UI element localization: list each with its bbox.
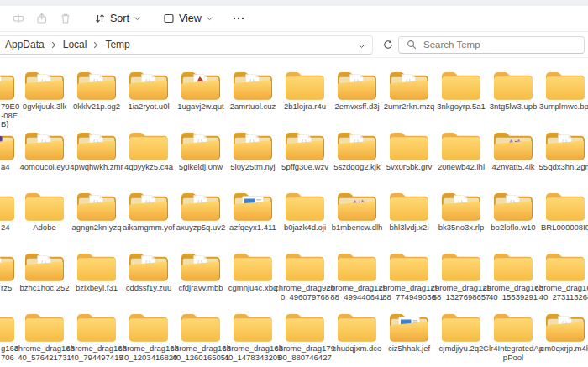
folder-item[interactable]: 24	[0, 191, 18, 251]
folder-item[interactable]: chudqjxm.dco	[331, 312, 383, 367]
open-3d-folder-icon	[337, 191, 377, 223]
address-dropdown-icon[interactable]	[358, 43, 365, 50]
closed-folder-icon	[441, 251, 481, 283]
folder-item[interactable]: chrome_drag16340_1478343205	[227, 312, 279, 367]
folder-item[interactable]: Clr4IntegratedAppPool	[487, 312, 539, 367]
open-window-folder-icon	[233, 191, 273, 223]
sort-button[interactable]: Sort	[87, 8, 148, 29]
folder-item[interactable]: ( ) agngn2kn.yzq	[71, 191, 123, 251]
search-box[interactable]	[398, 36, 585, 54]
folder-item[interactable]: bzixbeyl.f31	[71, 251, 123, 312]
folder-item[interactable]: ( ) cfdjravv.mbb	[175, 251, 227, 312]
folder-name: 5pffg30e.wzv	[281, 163, 328, 172]
folder-item[interactable]: chrome_drag16340_576421731	[18, 312, 71, 367]
folder-item[interactable]: azfqeyx1.411	[227, 191, 279, 251]
closed-folder-icon	[0, 191, 15, 223]
folder-item[interactable]: chrome_drag17900_880746427	[279, 312, 331, 367]
folder-item[interactable]: ( ) 55qdx3hn.2gm	[539, 130, 588, 191]
delete-button[interactable]	[55, 8, 76, 29]
sort-icon	[94, 13, 106, 24]
closed-folder-icon	[233, 251, 273, 283]
folder-item[interactable]: ( ) 2umr2rkn.mzq	[383, 70, 435, 130]
folder-item[interactable]: cjmdjiyu.2q2	[435, 312, 487, 367]
breadcrumb-local[interactable]: Local	[60, 37, 90, 52]
folder-item[interactable]: b0jazk4d.oji	[279, 191, 331, 251]
chevron-down-icon	[134, 15, 141, 22]
folder-item[interactable]: ( ) aikamgmm.yof	[123, 191, 175, 251]
rename-button[interactable]	[8, 8, 29, 29]
folder-item[interactable]: ciz5hhak.jef	[383, 312, 435, 367]
view-icon	[163, 13, 175, 24]
folder-name: BRL000008I0	[541, 223, 588, 233]
open-paper-folder-icon: ( )	[285, 130, 325, 162]
folder-item[interactable]: 3umplmwc.bpr	[539, 70, 588, 130]
folder-item[interactable]: ( ) 5szdqog2.kjk	[331, 130, 383, 191]
share-button[interactable]	[32, 8, 52, 29]
refresh-button[interactable]	[378, 34, 398, 55]
folder-item[interactable]: ( ) cddssf1y.zuu	[123, 251, 175, 312]
folder-name: ciz5hhak.jef	[388, 344, 430, 354]
address-bar[interactable]: AppData Local Temp	[0, 35, 373, 55]
closed-folder-icon	[441, 130, 481, 162]
folder-name: bzhc1hoc.252	[19, 284, 69, 293]
folder-item[interactable]: ( ) rz5	[0, 251, 18, 312]
folder-item[interactable]: chrome_drag16340_794497415	[71, 312, 123, 367]
folder-item[interactable]: ( ) bo2loflo.w10	[487, 191, 539, 251]
folder-item[interactable]: ( ) 5pffg30e.wzv	[279, 130, 331, 191]
folder-item[interactable]: ( ) 5l0y25tm.nyj	[227, 130, 279, 191]
folder-item[interactable]: ( ) 5gikeldj.0nw	[175, 130, 227, 191]
folder-name: 3umplmwc.bpr	[539, 102, 588, 112]
folder-item[interactable]: ( ) 4pwqhwkh.zmr	[71, 130, 123, 191]
folder-item[interactable]: 2b1lojra.r4u	[279, 70, 331, 130]
folder-item[interactable]: ( ) 4omoucoi.ey0	[18, 130, 71, 191]
folder-item[interactable]: chrome_drag12988_1327698657	[435, 251, 487, 312]
folder-item[interactable]: cgmnju4c.xbq	[227, 251, 279, 312]
folder-item[interactable]: ( ) 2amrtuol.cuz	[227, 70, 279, 130]
breadcrumb-appdata[interactable]: AppData	[3, 37, 47, 52]
folder-item[interactable]: ( ) 2emvxsff.d3j	[331, 70, 383, 130]
folder-item[interactable]: a4	[0, 130, 18, 191]
folder-item[interactable]: ( ) 0gvkjuuk.3lk	[18, 70, 71, 130]
folder-item[interactable]: 3ntg5lw3.upb	[487, 70, 539, 130]
folder-item[interactable]: chrome_drag9200_496079768	[279, 251, 331, 312]
folder-item[interactable]: chrome_drag12988_499440641	[331, 251, 383, 312]
open-paper-folder-icon: ( )	[129, 70, 169, 102]
folder-item[interactable]: ( ) bzhc1hoc.252	[18, 251, 71, 312]
open-paper-folder-icon: ( )	[493, 191, 533, 223]
folder-name: cm0qxrjp.m4k	[540, 344, 588, 354]
search-input[interactable]	[422, 39, 584, 50]
delete-icon	[60, 13, 71, 24]
folder-item[interactable]: ( ) 1ia2ryot.u0l	[123, 70, 175, 130]
folder-item[interactable]: chrome_drag12988_774949036	[383, 251, 435, 312]
folder-item[interactable]: chrome_drag16340_273113268	[539, 251, 588, 312]
folder-item[interactable]: 5vx0r5bk.grv	[383, 130, 435, 191]
folder-name: chrome_drag17900_880746427	[275, 344, 335, 362]
view-button[interactable]: View	[156, 8, 220, 29]
folder-item[interactable]: 3nkgoyrp.5a1	[435, 70, 487, 130]
folder-item[interactable]: chrome_drag16340_1203416820	[123, 312, 175, 367]
breadcrumb-temp[interactable]: Temp	[102, 37, 132, 52]
folder-item[interactable]: bhl3lvdj.x2i	[383, 191, 435, 251]
folder-item[interactable]: chrome_drag16340_15539291	[487, 251, 539, 312]
folder-name: axuyzp5q.uv2	[176, 223, 226, 233]
folder-item[interactable]: 4qpyykz5.c4a	[123, 130, 175, 191]
folder-name: cfdjravv.mbb	[178, 284, 223, 293]
folder-item[interactable]: b1mbencw.dlh	[331, 191, 383, 251]
folder-item[interactable]: ( ) axuyzp5q.uv2	[175, 191, 227, 251]
folder-item[interactable]: 20newb42.ihl	[435, 130, 487, 191]
folder-name: 5l0y25tm.nyj	[230, 163, 275, 172]
folder-item[interactable]: ( ) 0kklv21p.og2	[71, 70, 123, 130]
folder-item[interactable]: Adobe	[18, 191, 71, 251]
folder-item[interactable]: ( ) 79E0-08EB}	[0, 70, 18, 130]
closed-folder-icon	[389, 191, 429, 223]
folder-item[interactable]: ( ) cm0qxrjp.m4k	[539, 312, 588, 367]
folder-item[interactable]: BRL000008I0	[539, 191, 588, 251]
folder-name: 3nkgoyrp.5a1	[437, 102, 486, 112]
folder-item[interactable]: 42nvatt5.4ik	[487, 130, 539, 191]
folder-name: cgmnju4c.xbq	[228, 284, 278, 293]
more-button[interactable]	[228, 8, 249, 29]
folder-item[interactable]: 1ugavj2w.qut	[175, 70, 227, 130]
folder-item[interactable]: chrome_drag16340_1260165051	[175, 312, 227, 367]
folder-item[interactable]: ( ) bk35no3x.rlp	[435, 191, 487, 251]
folder-name: bzixbeyl.f31	[76, 284, 118, 293]
